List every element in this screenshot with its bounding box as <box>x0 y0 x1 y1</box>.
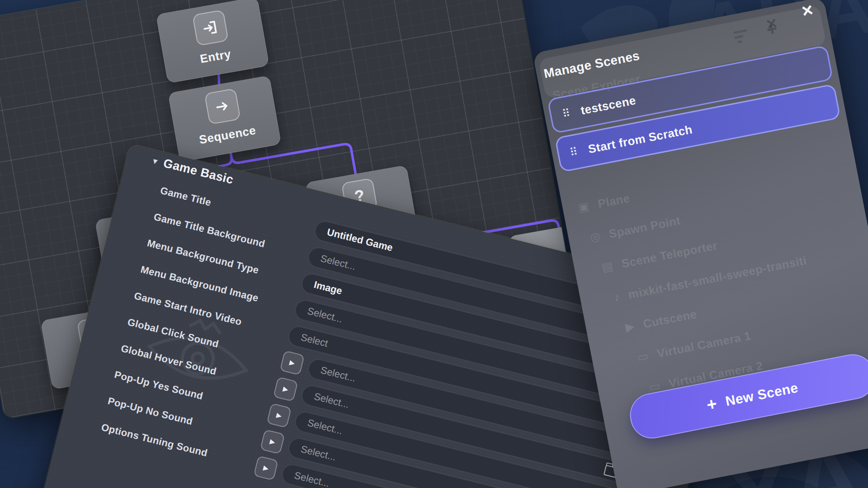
ghost-item-icon: ▭ <box>636 349 650 365</box>
node-label: Sequence <box>198 123 257 147</box>
node-label: Entry <box>199 47 232 66</box>
ghost-item-label: Spawn Point <box>608 214 681 241</box>
property-value: Select... <box>300 443 337 463</box>
editor-stage: AHA YAH Entry Sequence <box>0 0 868 488</box>
ghost-item-label: Virtual Camera 1 <box>656 329 752 361</box>
play-sound-button[interactable]: ▶ <box>260 429 285 455</box>
enter-icon <box>192 9 229 46</box>
property-value: Select... <box>306 305 344 325</box>
arrow-right-icon <box>204 88 241 125</box>
ghost-scene-item: ▤ Scene Teleporter <box>600 239 718 275</box>
new-scene-label: New Scene <box>724 380 799 409</box>
ghost-item-label: Cutscene <box>642 307 698 331</box>
play-sound-button[interactable]: ▶ <box>253 455 278 481</box>
ghost-item-icon: ▣ <box>577 199 590 215</box>
property-value: Select... <box>293 469 330 488</box>
property-value: Select... <box>313 390 350 410</box>
plus-icon: + <box>705 395 718 414</box>
scene-name: Start from Scratch <box>587 122 693 156</box>
property-value: Select... <box>306 417 344 437</box>
drag-handle-icon[interactable]: ⠿ <box>561 107 571 120</box>
property-value: Select... <box>319 253 357 272</box>
ghost-filter-icon <box>733 29 750 47</box>
ghost-scene-item: ▣ Plane <box>577 191 631 215</box>
ghost-scene-item: ▭ Virtual Camera 1 <box>636 329 752 365</box>
play-sound-button[interactable]: ▶ <box>273 376 298 402</box>
ghost-item-icon: ♪ <box>613 290 621 305</box>
ghost-item-icon: ◎ <box>589 229 601 245</box>
ghost-item-icon: ▤ <box>600 259 614 275</box>
play-sound-button[interactable]: ▶ <box>279 350 305 375</box>
collapse-chevron-icon[interactable]: ▾ <box>152 155 159 167</box>
play-sound-button[interactable]: ▶ <box>266 403 292 428</box>
property-value: Image <box>313 279 344 297</box>
drag-handle-icon[interactable]: ⠿ <box>569 145 578 159</box>
scene-name: testscene <box>580 93 637 117</box>
property-value: Untitled Game <box>326 226 394 254</box>
property-value: Select... <box>319 364 357 384</box>
ghost-item-label: Plane <box>597 191 631 211</box>
ghost-item-label: Scene Teleporter <box>620 239 718 271</box>
property-value: Select <box>300 331 330 349</box>
ghost-scene-item: ▶ Cutscene <box>624 307 698 335</box>
ghost-scene-item: ◎ Spawn Point <box>589 214 681 245</box>
ghost-item-icon: ▶ <box>624 319 636 334</box>
